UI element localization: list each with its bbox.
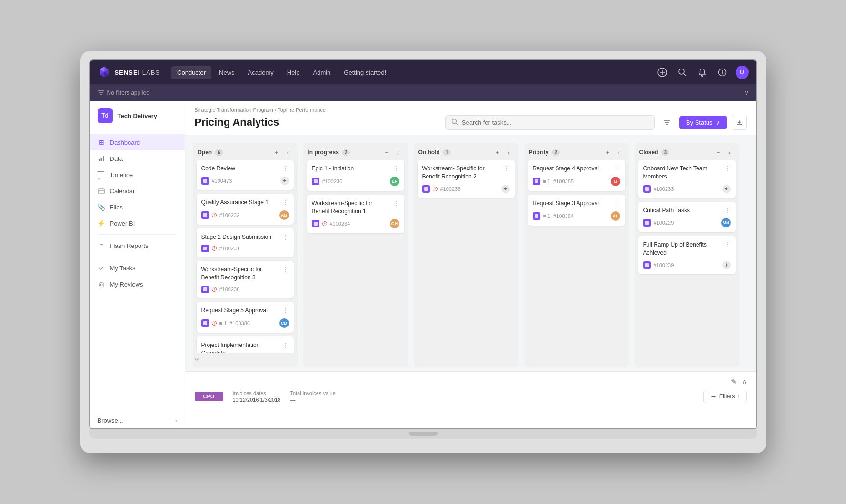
col-add-in-progress[interactable]: + <box>382 148 392 157</box>
task-card[interactable]: Quality Assurance Stage 1 ⋮ <box>197 194 294 225</box>
notifications-icon[interactable] <box>696 66 709 79</box>
nav-admin[interactable]: Admin <box>308 66 337 79</box>
sidebar-item-my-tasks[interactable]: My Tasks <box>90 260 185 276</box>
filter-bar: No filters applied ∨ <box>90 84 756 101</box>
card-menu-icon[interactable]: ⋮ <box>393 165 399 172</box>
col-add-on-hold[interactable]: + <box>493 148 502 157</box>
column-priority: Priority 2 + ‹ <box>524 143 629 367</box>
edit-panel-icon[interactable]: ✎ <box>731 377 737 386</box>
user-avatar[interactable]: U <box>736 66 749 79</box>
search-icon[interactable] <box>676 66 689 79</box>
task-card[interactable]: Critical Path Tasks ⋮ #10022 <box>638 202 736 233</box>
card-title: Critical Path Tasks <box>643 207 722 215</box>
column-on-hold-header: On hold 1 + ‹ <box>414 143 518 160</box>
card-title: Epic 1 - Initiation <box>312 165 391 173</box>
sidebar-item-data[interactable]: Data <box>90 150 185 167</box>
sidebar-item-timeline[interactable]: —◦ Timeline <box>90 167 185 183</box>
card-add-button[interactable]: + <box>722 261 731 269</box>
sidebar: Td Tech Delivery ⊞ Dashboard <box>90 101 185 428</box>
sidebar-item-files[interactable]: 📎 Files <box>90 199 185 215</box>
overdue-icon <box>212 287 217 292</box>
col-add-closed[interactable]: + <box>714 148 723 157</box>
card-menu-icon[interactable]: ⋮ <box>282 266 289 273</box>
collapse-panel-icon[interactable]: ∧ <box>742 377 747 386</box>
nav-academy[interactable]: Academy <box>242 66 279 79</box>
svg-rect-17 <box>103 156 104 161</box>
sidebar-item-powerbi[interactable]: ⚡ Power BI <box>90 215 185 231</box>
svg-point-22 <box>452 119 456 123</box>
card-menu-icon[interactable]: ⋮ <box>282 165 289 172</box>
card-add-button[interactable]: + <box>722 185 731 193</box>
filter-text: No filters applied <box>98 89 149 96</box>
info-icon[interactable]: i <box>716 66 729 79</box>
col-collapse-open[interactable]: ‹ <box>283 148 293 157</box>
col-count-closed: 3 <box>661 149 670 156</box>
filter-collapse-icon[interactable]: ∨ <box>744 89 749 97</box>
col-collapse-on-hold[interactable]: ‹ <box>504 148 514 157</box>
add-icon[interactable] <box>656 66 669 79</box>
task-card[interactable]: Workstream-Specific for Benefit Recognit… <box>197 261 294 298</box>
nav-news[interactable]: News <box>213 66 240 79</box>
by-status-button[interactable]: By Status ∨ <box>679 116 727 129</box>
sidebar-item-flash-reports[interactable]: ≡ Flash Reports <box>90 237 185 254</box>
task-card[interactable]: Workstream-Specific for Benefit Recognit… <box>307 195 404 234</box>
task-card[interactable]: Project Implementation Complete ⋮ <box>197 336 294 353</box>
sidebar-project-header[interactable]: Td Tech Delivery <box>90 101 185 130</box>
task-card[interactable]: Workstream- Specific for Benefit Recogni… <box>418 160 515 198</box>
task-type-icon <box>201 177 209 185</box>
card-assignee: IJ <box>611 177 620 186</box>
svg-point-40 <box>214 324 214 324</box>
card-menu-icon[interactable]: ⋮ <box>393 199 399 207</box>
card-id: #100235 <box>440 186 461 192</box>
card-add-button[interactable]: + <box>280 177 289 185</box>
card-menu-icon[interactable]: ⋮ <box>282 306 289 314</box>
sidebar-item-label: Dashboard <box>110 139 140 146</box>
sidebar-item-calendar[interactable]: Calendar <box>90 183 185 199</box>
card-id: #100236 <box>219 287 240 292</box>
card-menu-icon[interactable]: ⋮ <box>724 207 731 214</box>
task-search-box[interactable] <box>445 115 655 130</box>
col-collapse-in-progress[interactable]: ‹ <box>394 148 403 157</box>
search-input[interactable] <box>462 119 648 126</box>
nav-help[interactable]: Help <box>281 66 306 79</box>
nav-conductor[interactable]: Conductor <box>171 66 211 79</box>
logo[interactable]: SENSEI LABS <box>98 66 160 79</box>
task-type-icon <box>201 319 209 327</box>
task-type-icon <box>312 178 319 185</box>
task-card[interactable]: Request Stage 3 Approval ⋮ ≡ <box>528 195 625 226</box>
filters-button[interactable]: Filters › <box>703 390 747 403</box>
col-add-open[interactable]: + <box>272 148 281 157</box>
card-menu-icon[interactable]: ⋮ <box>282 233 289 241</box>
filter-tasks-icon[interactable] <box>659 115 675 130</box>
col-collapse-closed[interactable]: ‹ <box>725 148 735 157</box>
card-menu-icon[interactable]: ⋮ <box>724 241 731 248</box>
card-menu-icon[interactable]: ⋮ <box>503 165 510 172</box>
task-card[interactable]: Onboard New Tech Team Members ⋮ <box>638 160 736 198</box>
task-card[interactable]: Request Stage 5 Approval ⋮ <box>197 302 294 333</box>
svg-rect-57 <box>645 221 649 225</box>
sidebar-item-label: Power BI <box>110 220 135 227</box>
nav-getting-started[interactable]: Getting started! <box>338 66 392 79</box>
card-menu-icon[interactable]: ⋮ <box>614 165 620 172</box>
column-in-progress: In progress 2 + ‹ <box>303 143 408 367</box>
card-add-button[interactable]: + <box>501 185 510 193</box>
svg-rect-33 <box>203 287 207 291</box>
filters-chevron-icon: › <box>738 393 740 400</box>
cpo-badge: CPO <box>195 392 223 401</box>
export-icon[interactable] <box>732 115 747 130</box>
sidebar-item-my-reviews[interactable]: ◎ My Reviews <box>90 276 185 292</box>
card-menu-icon[interactable]: ⋮ <box>614 199 620 207</box>
sidebar-item-dashboard[interactable]: ⊞ Dashboard <box>90 134 185 150</box>
task-card[interactable]: Request Stage 4 Approval ⋮ ≡ <box>528 160 625 191</box>
task-card[interactable]: Stage 2 Design Submission ⋮ <box>197 228 294 257</box>
card-menu-icon[interactable]: ⋮ <box>282 198 289 206</box>
task-card[interactable]: Epic 1 - Initiation ⋮ #10023 <box>307 160 404 191</box>
card-menu-icon[interactable]: ⋮ <box>724 165 731 172</box>
svg-rect-58 <box>645 263 649 267</box>
task-card[interactable]: Full Ramp Up of Benefits Achieved ⋮ <box>638 236 736 274</box>
card-menu-icon[interactable]: ⋮ <box>282 341 289 349</box>
col-collapse-priority[interactable]: ‹ <box>615 148 624 157</box>
task-card[interactable]: Code Review ⋮ #100473 <box>197 160 294 190</box>
sidebar-browse[interactable]: Browse... › <box>90 413 185 428</box>
col-add-priority[interactable]: + <box>603 148 613 157</box>
